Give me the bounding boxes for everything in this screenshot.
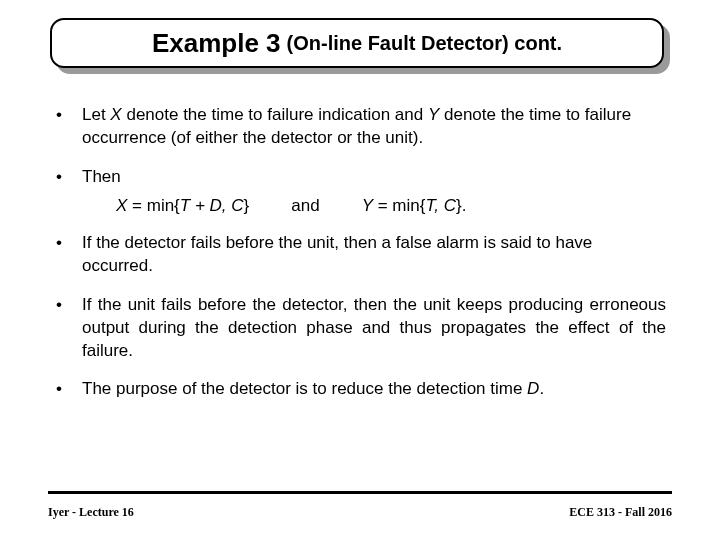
footer: Iyer - Lecture 16 ECE 313 - Fall 2016 bbox=[48, 505, 672, 520]
bullet-item: • Then bbox=[56, 166, 666, 189]
bullet-marker: • bbox=[56, 378, 82, 401]
text: = min{ bbox=[127, 196, 179, 215]
bullet-item: • Let X denote the time to failure indic… bbox=[56, 104, 666, 150]
bullet-marker: • bbox=[56, 232, 82, 278]
var: T, C bbox=[425, 196, 456, 215]
text: + bbox=[190, 196, 209, 215]
variable-x: X bbox=[110, 105, 121, 124]
text: = min{ bbox=[373, 196, 425, 215]
content-area: • Let X denote the time to failure indic… bbox=[56, 104, 666, 417]
bullet-text: Then bbox=[82, 166, 666, 189]
text: } bbox=[244, 196, 250, 215]
bullet-text: If the detector fails before the unit, t… bbox=[82, 232, 666, 278]
bullet-item: • If the unit fails before the detector,… bbox=[56, 294, 666, 363]
equation-x: X = min{T + D, C} bbox=[116, 195, 249, 218]
footer-left: Iyer - Lecture 16 bbox=[48, 505, 134, 520]
bullet-text: The purpose of the detector is to reduce… bbox=[82, 378, 666, 401]
text: . bbox=[539, 379, 544, 398]
var: T bbox=[180, 196, 190, 215]
bullet-marker: • bbox=[56, 104, 82, 150]
bullet-marker: • bbox=[56, 166, 82, 189]
bullet-text: Let X denote the time to failure indicat… bbox=[82, 104, 666, 150]
bullet-item: • The purpose of the detector is to redu… bbox=[56, 378, 666, 401]
text: denote the time to failure indication an… bbox=[122, 105, 428, 124]
text: The purpose of the detector is to reduce… bbox=[82, 379, 527, 398]
var: Y bbox=[362, 196, 373, 215]
bullet-marker: • bbox=[56, 294, 82, 363]
variable-d: D bbox=[527, 379, 539, 398]
footer-divider bbox=[48, 491, 672, 494]
bullet-text: If the unit fails before the detector, t… bbox=[82, 294, 666, 363]
spacer bbox=[56, 218, 666, 232]
equation-line: X = min{T + D, C} and Y = min{T, C}. bbox=[116, 195, 666, 218]
title-main: Example 3 bbox=[152, 28, 281, 59]
title-container: Example 3 (On-line Fault Detector) cont. bbox=[50, 18, 670, 74]
variable-y: Y bbox=[428, 105, 439, 124]
equation-y: Y = min{T, C}. bbox=[362, 195, 467, 218]
text: Let bbox=[82, 105, 110, 124]
title-subtitle: (On-line Fault Detector) cont. bbox=[287, 32, 563, 55]
equation-and: and bbox=[291, 195, 319, 218]
bullet-item: • If the detector fails before the unit,… bbox=[56, 232, 666, 278]
var: D, C bbox=[210, 196, 244, 215]
text: }. bbox=[456, 196, 466, 215]
title-box: Example 3 (On-line Fault Detector) cont. bbox=[50, 18, 664, 68]
footer-right: ECE 313 - Fall 2016 bbox=[569, 505, 672, 520]
var: X bbox=[116, 196, 127, 215]
